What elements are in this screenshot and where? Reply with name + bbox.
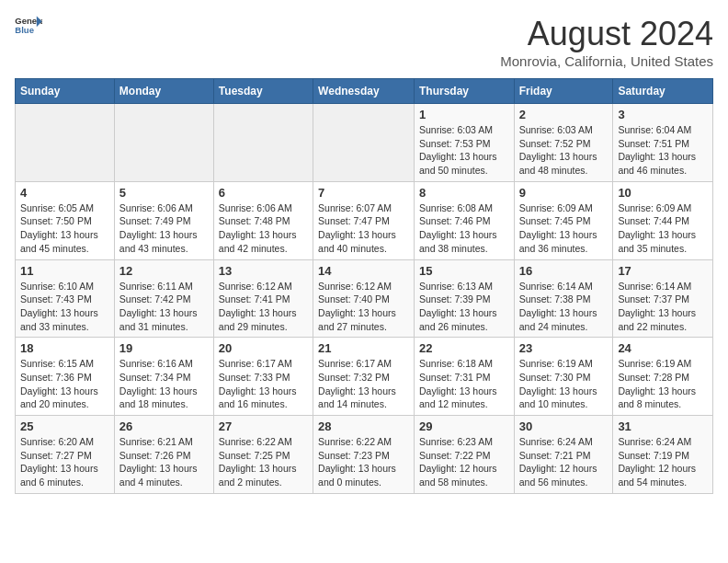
calendar-cell: 20Sunrise: 6:17 AM Sunset: 7:33 PM Dayli… [213,338,313,416]
day-number: 10 [618,186,708,200]
day-number: 30 [519,419,609,433]
day-info: Sunrise: 6:22 AM Sunset: 7:23 PM Dayligh… [318,435,409,489]
day-number: 28 [318,419,409,433]
day-number: 3 [618,108,708,121]
day-info: Sunrise: 6:15 AM Sunset: 7:36 PM Dayligh… [20,357,109,411]
calendar-cell: 4Sunrise: 6:05 AM Sunset: 7:50 PM Daylig… [16,181,115,259]
day-info: Sunrise: 6:14 AM Sunset: 7:37 PM Dayligh… [618,280,708,334]
day-info: Sunrise: 6:20 AM Sunset: 7:27 PM Dayligh… [20,435,109,489]
day-info: Sunrise: 6:03 AM Sunset: 7:52 PM Dayligh… [519,123,609,178]
calendar-week-row: 18Sunrise: 6:15 AM Sunset: 7:36 PM Dayli… [16,338,713,416]
weekday-header: Tuesday [213,79,313,104]
logo: General Blue [15,15,42,35]
day-info: Sunrise: 6:04 AM Sunset: 7:51 PM Dayligh… [618,123,708,178]
day-number: 15 [419,264,509,278]
calendar-cell [16,104,115,182]
calendar-cell [114,104,213,182]
weekday-header: Saturday [613,79,713,104]
calendar-cell: 12Sunrise: 6:11 AM Sunset: 7:42 PM Dayli… [114,259,213,338]
day-number: 16 [519,264,609,278]
calendar-cell: 9Sunrise: 6:09 AM Sunset: 7:45 PM Daylig… [514,181,613,259]
day-number: 4 [20,186,109,200]
day-number: 14 [318,264,409,278]
calendar-cell: 31Sunrise: 6:24 AM Sunset: 7:19 PM Dayli… [613,416,713,494]
calendar-cell: 17Sunrise: 6:14 AM Sunset: 7:37 PM Dayli… [613,259,713,338]
weekday-header: Sunday [16,79,115,104]
location-title: Monrovia, California, United States [500,53,713,69]
calendar-cell: 5Sunrise: 6:06 AM Sunset: 7:49 PM Daylig… [114,181,213,259]
day-info: Sunrise: 6:24 AM Sunset: 7:19 PM Dayligh… [618,435,708,489]
calendar-cell [313,104,415,182]
calendar-cell: 25Sunrise: 6:20 AM Sunset: 7:27 PM Dayli… [16,416,115,494]
day-number: 19 [119,341,209,355]
day-info: Sunrise: 6:17 AM Sunset: 7:32 PM Dayligh… [318,357,409,411]
calendar-cell: 28Sunrise: 6:22 AM Sunset: 7:23 PM Dayli… [313,416,415,494]
calendar-header-row: SundayMondayTuesdayWednesdayThursdayFrid… [16,79,713,104]
calendar-cell: 14Sunrise: 6:12 AM Sunset: 7:40 PM Dayli… [313,259,415,338]
calendar-cell: 21Sunrise: 6:17 AM Sunset: 7:32 PM Dayli… [313,338,415,416]
day-info: Sunrise: 6:10 AM Sunset: 7:43 PM Dayligh… [20,280,109,334]
calendar-cell: 18Sunrise: 6:15 AM Sunset: 7:36 PM Dayli… [16,338,115,416]
calendar-cell: 26Sunrise: 6:21 AM Sunset: 7:26 PM Dayli… [114,416,213,494]
title-area: August 2024 Monrovia, California, United… [500,15,713,69]
day-number: 12 [119,264,209,278]
calendar-cell: 2Sunrise: 6:03 AM Sunset: 7:52 PM Daylig… [514,104,613,182]
day-number: 24 [618,341,708,355]
calendar-cell: 22Sunrise: 6:18 AM Sunset: 7:31 PM Dayli… [414,338,514,416]
day-number: 5 [119,186,209,200]
day-info: Sunrise: 6:17 AM Sunset: 7:33 PM Dayligh… [219,357,308,411]
calendar-cell: 30Sunrise: 6:24 AM Sunset: 7:21 PM Dayli… [514,416,613,494]
day-number: 26 [119,419,209,433]
calendar-cell: 15Sunrise: 6:13 AM Sunset: 7:39 PM Dayli… [414,259,514,338]
calendar-cell [213,104,313,182]
svg-text:Blue: Blue [15,25,34,35]
calendar-cell: 7Sunrise: 6:07 AM Sunset: 7:47 PM Daylig… [313,181,415,259]
day-info: Sunrise: 6:12 AM Sunset: 7:41 PM Dayligh… [219,280,308,334]
calendar-cell: 16Sunrise: 6:14 AM Sunset: 7:38 PM Dayli… [514,259,613,338]
calendar-cell: 29Sunrise: 6:23 AM Sunset: 7:22 PM Dayli… [414,416,514,494]
calendar-week-row: 25Sunrise: 6:20 AM Sunset: 7:27 PM Dayli… [16,416,713,494]
day-info: Sunrise: 6:06 AM Sunset: 7:49 PM Dayligh… [119,201,209,256]
day-number: 6 [219,186,308,200]
calendar-table: SundayMondayTuesdayWednesdayThursdayFrid… [15,78,713,494]
day-number: 21 [318,341,409,355]
calendar-week-row: 1Sunrise: 6:03 AM Sunset: 7:53 PM Daylig… [16,104,713,182]
day-info: Sunrise: 6:19 AM Sunset: 7:30 PM Dayligh… [519,357,609,411]
weekday-header: Friday [514,79,613,104]
calendar-cell: 8Sunrise: 6:08 AM Sunset: 7:46 PM Daylig… [414,181,514,259]
weekday-header: Monday [114,79,213,104]
day-info: Sunrise: 6:05 AM Sunset: 7:50 PM Dayligh… [20,201,109,256]
page-header: General Blue August 2024 Monrovia, Calif… [15,15,713,69]
calendar-cell: 3Sunrise: 6:04 AM Sunset: 7:51 PM Daylig… [613,104,713,182]
day-info: Sunrise: 6:16 AM Sunset: 7:34 PM Dayligh… [119,357,209,411]
day-number: 11 [20,264,109,278]
calendar-week-row: 4Sunrise: 6:05 AM Sunset: 7:50 PM Daylig… [16,181,713,259]
calendar-cell: 27Sunrise: 6:22 AM Sunset: 7:25 PM Dayli… [213,416,313,494]
day-number: 17 [618,264,708,278]
day-info: Sunrise: 6:07 AM Sunset: 7:47 PM Dayligh… [318,201,409,256]
day-info: Sunrise: 6:08 AM Sunset: 7:46 PM Dayligh… [419,201,509,256]
weekday-header: Wednesday [313,79,415,104]
day-number: 8 [419,186,509,200]
day-number: 29 [419,419,509,433]
month-title: August 2024 [500,15,713,53]
day-info: Sunrise: 6:14 AM Sunset: 7:38 PM Dayligh… [519,280,609,334]
calendar-cell: 19Sunrise: 6:16 AM Sunset: 7:34 PM Dayli… [114,338,213,416]
day-number: 25 [20,419,109,433]
day-info: Sunrise: 6:21 AM Sunset: 7:26 PM Dayligh… [119,435,209,489]
calendar-cell: 11Sunrise: 6:10 AM Sunset: 7:43 PM Dayli… [16,259,115,338]
day-info: Sunrise: 6:12 AM Sunset: 7:40 PM Dayligh… [318,280,409,334]
calendar-cell: 13Sunrise: 6:12 AM Sunset: 7:41 PM Dayli… [213,259,313,338]
calendar-cell: 24Sunrise: 6:19 AM Sunset: 7:28 PM Dayli… [613,338,713,416]
day-info: Sunrise: 6:09 AM Sunset: 7:44 PM Dayligh… [618,201,708,256]
day-info: Sunrise: 6:24 AM Sunset: 7:21 PM Dayligh… [519,435,609,489]
day-info: Sunrise: 6:18 AM Sunset: 7:31 PM Dayligh… [419,357,509,411]
calendar-cell: 23Sunrise: 6:19 AM Sunset: 7:30 PM Dayli… [514,338,613,416]
calendar-cell: 1Sunrise: 6:03 AM Sunset: 7:53 PM Daylig… [414,104,514,182]
day-info: Sunrise: 6:13 AM Sunset: 7:39 PM Dayligh… [419,280,509,334]
day-number: 20 [219,341,308,355]
day-number: 7 [318,186,409,200]
day-number: 2 [519,108,609,121]
weekday-header: Thursday [414,79,514,104]
day-info: Sunrise: 6:11 AM Sunset: 7:42 PM Dayligh… [119,280,209,334]
